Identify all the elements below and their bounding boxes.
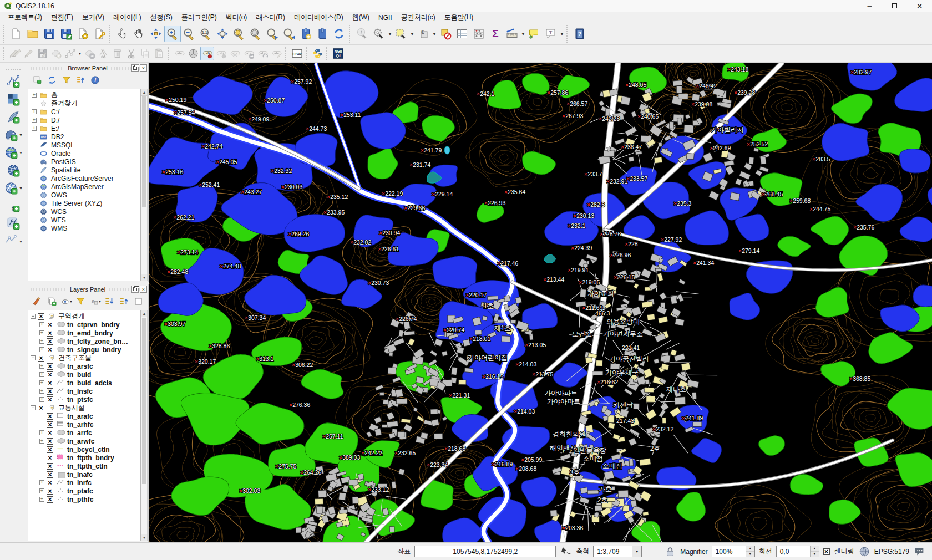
crs-globe-icon[interactable] [858, 546, 870, 558]
menu-item[interactable]: 편집(E) [47, 12, 78, 23]
expand-icon[interactable]: + [39, 364, 44, 369]
visibility-checkbox[interactable]: × [47, 322, 53, 328]
add-postgis-dropdown-icon[interactable]: ▼ [19, 133, 23, 137]
scroll-up-icon[interactable]: ▲ [141, 89, 147, 96]
layer-row[interactable]: +×tn_fclty_zone_bn… [28, 337, 140, 345]
visibility-checkbox[interactable]: × [47, 338, 53, 345]
zoom-full-button[interactable] [214, 26, 231, 42]
scroll-up-icon[interactable]: ▲ [141, 310, 147, 317]
layer-row[interactable]: +×tn_signgu_bndry [28, 345, 140, 354]
add-feature-button[interactable] [49, 47, 63, 60]
expand-icon[interactable]: + [39, 439, 44, 444]
stats-button[interactable]: Σ [487, 26, 504, 42]
scroll-thumb[interactable] [142, 96, 146, 207]
help-button[interactable]: ? [571, 26, 588, 42]
scroll-down-icon[interactable]: ▼ [141, 534, 147, 541]
expand-icon[interactable]: + [39, 347, 44, 352]
layer-row[interactable]: +×tn_arrfc [28, 429, 140, 437]
toolbar-drag-handle[interactable] [566, 25, 570, 43]
visibility-checkbox[interactable]: × [47, 371, 53, 378]
visibility-checkbox[interactable]: × [38, 355, 44, 362]
browser-item[interactable]: +D:/ [28, 116, 140, 124]
split-button[interactable] [97, 47, 110, 60]
select-expression-button[interactable]: ε [415, 26, 432, 42]
node-tool-dropdown-icon[interactable]: ▼ [77, 46, 83, 62]
label-eye-button[interactable]: abc [228, 47, 242, 60]
menu-item[interactable]: 웹(W) [348, 12, 374, 23]
expand-icon[interactable]: + [39, 380, 44, 385]
expand-icon[interactable]: + [39, 397, 44, 402]
expand-icon[interactable]: + [39, 389, 44, 394]
zoom-next-button[interactable] [281, 26, 297, 42]
toolbar-drag-handle[interactable] [3, 47, 6, 60]
diagram-button[interactable] [186, 47, 200, 60]
visibility-checkbox[interactable]: × [47, 413, 53, 420]
layers-float-button[interactable] [131, 286, 139, 293]
menu-item[interactable]: 레이어(L) [109, 12, 146, 23]
browser-float-button[interactable] [131, 64, 139, 72]
browser-item[interactable]: +홈 [28, 91, 140, 99]
pan-button[interactable] [131, 26, 148, 42]
layer-row[interactable]: ×tn_ftpth_ctln [28, 462, 140, 470]
refresh-button[interactable] [331, 26, 347, 42]
label-pin2-button[interactable]: ab [214, 47, 228, 60]
browser-item[interactable]: +C:/ [28, 108, 140, 116]
browser-close-button[interactable]: × [140, 64, 147, 72]
browser-item[interactable]: MSSQL [28, 141, 140, 149]
measure-button[interactable] [504, 26, 520, 42]
paste-button[interactable] [152, 47, 166, 60]
b-collapse-button[interactable] [74, 74, 87, 86]
toolbar-drag-handle[interactable] [3, 25, 6, 43]
visibility-checkbox[interactable]: × [47, 430, 53, 436]
add-wms-button[interactable] [1, 162, 26, 178]
move-feature-button[interactable] [83, 47, 97, 60]
label-rotate-button[interactable]: abc [256, 47, 270, 60]
zoom-native-button[interactable]: 1:1 [197, 26, 214, 42]
browser-item[interactable]: ArcGisMapServer [28, 182, 140, 191]
add-arcgis-dropdown-icon[interactable]: ▼ [19, 151, 23, 155]
layer-row[interactable]: +×tn_ptafc [28, 487, 140, 495]
layer-row[interactable]: ×tn_bcycl_ctln [28, 445, 140, 454]
label-pin-button[interactable]: ab [200, 47, 214, 60]
layer-row[interactable]: +×tn_buld [28, 370, 140, 379]
maximize-button[interactable] [882, 0, 907, 12]
browser-item[interactable]: Tile Server (XYZ) [28, 199, 140, 207]
layers-close-button[interactable]: × [140, 286, 147, 293]
layer-row[interactable]: +×tn_lnsfc [28, 387, 140, 395]
b-info-button[interactable]: i [89, 74, 102, 86]
l-expr-button[interactable]: ε▼ [89, 295, 102, 308]
python-button[interactable] [311, 47, 325, 60]
menu-item[interactable]: 데이터베이스(D) [290, 12, 348, 23]
visibility-checkbox[interactable]: × [47, 438, 53, 445]
cut-button[interactable] [124, 47, 138, 60]
layer-row[interactable]: +×tn_arwfc [28, 437, 140, 445]
expand-icon[interactable]: + [39, 339, 44, 344]
visibility-checkbox[interactable]: × [47, 471, 53, 478]
menu-item[interactable]: 플러그인(P) [177, 12, 221, 23]
label-move-button[interactable]: abc [242, 47, 256, 60]
layer-row[interactable]: +×tn_ptsfc [28, 395, 140, 404]
edits-current-button[interactable] [8, 47, 22, 60]
add-postgis-button[interactable]: ▼ [1, 127, 26, 142]
layer-row[interactable]: +×tn_emd_bndry [28, 329, 140, 337]
visibility-checkbox[interactable]: × [47, 330, 53, 337]
layer-row[interactable]: +×tn_buld_adcls [28, 379, 140, 387]
expand-icon[interactable]: − [31, 314, 36, 319]
annotation-button[interactable]: T [543, 26, 559, 42]
browser-item[interactable]: OWS [28, 191, 140, 199]
expand-icon[interactable]: + [32, 126, 37, 131]
toolbar-drag-handle[interactable] [109, 25, 113, 43]
visibility-checkbox[interactable]: × [47, 496, 53, 503]
zoom-selection-button[interactable] [247, 26, 264, 42]
close-button[interactable]: ✕ [907, 0, 932, 12]
l-addgroup-button[interactable] [45, 295, 58, 308]
touch-button[interactable] [114, 26, 131, 42]
toolbar-drag-handle[interactable] [306, 47, 309, 60]
b-filter-button[interactable] [60, 74, 73, 86]
render-checkbox[interactable]: × [823, 548, 830, 555]
menu-item[interactable]: 설정(S) [146, 12, 177, 23]
spin-arrows[interactable]: ▲▼ [810, 546, 819, 557]
add-wfs-button[interactable]: ▼ [1, 180, 26, 196]
edits-save-button[interactable] [36, 47, 49, 60]
browser-item[interactable]: ArcGisFeatureServer [28, 174, 140, 182]
